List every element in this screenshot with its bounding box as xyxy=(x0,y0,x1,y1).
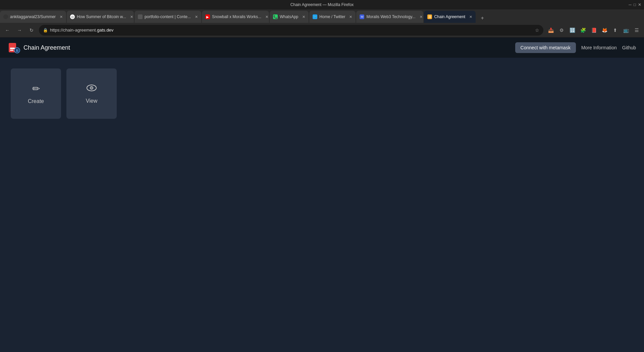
minimize-button[interactable]: ─ xyxy=(629,2,632,7)
app-nav: Connect with metamask More Information G… xyxy=(515,42,636,53)
tab-favicon-whatsapp: 📞 xyxy=(273,14,278,19)
menu-button[interactable]: ☰ xyxy=(632,26,641,35)
tab-bar: ankitaggarwal23/Summer ✕ ⊙ How Summer of… xyxy=(0,9,644,23)
tab-label-twitter: Home / Twitter xyxy=(319,14,345,19)
more-info-link[interactable]: More Information xyxy=(581,45,617,50)
view-icon xyxy=(87,83,97,94)
extension-icon-5[interactable]: ⬆ xyxy=(610,26,620,35)
tab-label-chain: Chain Agreement xyxy=(434,14,465,19)
extension-icon-3[interactable]: 📕 xyxy=(589,26,598,35)
tab-portfolio[interactable]: portfolio-content | Conte... ✕ xyxy=(135,11,201,23)
extension-icon-1[interactable]: 🔢 xyxy=(568,26,577,35)
toolbar-icons: 📥 ⚙ 🔢 🧩 📕 🦊 ⬆ 📺 ☰ xyxy=(546,26,641,35)
url-domain: gats.dev xyxy=(97,28,113,33)
svg-rect-2 xyxy=(10,50,13,51)
tab-close-chain[interactable]: ✕ xyxy=(469,15,472,19)
lock-icon: 🔒 xyxy=(43,28,48,33)
forward-button[interactable]: → xyxy=(15,26,24,35)
github-link[interactable]: Github xyxy=(622,45,636,50)
view-card[interactable]: View xyxy=(66,68,117,119)
title-bar: Chain Agreement — Mozilla Firefox ─ □ ✕ xyxy=(0,0,644,9)
tab-favicon-chain: ⛓ xyxy=(427,14,432,19)
svg-point-7 xyxy=(91,88,92,89)
tab-close-ankit[interactable]: ✕ xyxy=(60,15,63,19)
address-input[interactable]: 🔒 https://chain-agreement.gats.dev ☆ xyxy=(39,25,543,36)
close-button[interactable]: ✕ xyxy=(638,2,641,7)
create-icon: ✏ xyxy=(32,83,40,94)
settings-icon[interactable]: ⚙ xyxy=(557,26,566,35)
extension-icon-6[interactable]: 📺 xyxy=(621,26,631,35)
create-card[interactable]: ✏ Create xyxy=(11,68,61,119)
tab-label-ankit: ankitaggarwal23/Summer xyxy=(10,14,56,19)
svg-rect-1 xyxy=(10,48,15,49)
main-content: ✏ Create View xyxy=(0,58,644,130)
reload-button[interactable]: ↻ xyxy=(27,26,36,35)
extension-icon-2[interactable]: 🧩 xyxy=(578,26,588,35)
app-header: ⛓ Chain Agreement Connect with metamask … xyxy=(0,38,644,58)
app-title: Chain Agreement xyxy=(23,44,70,51)
window-title: Chain Agreement — Mozilla Firefox xyxy=(290,2,354,7)
bookmark-icon[interactable]: ☆ xyxy=(535,28,539,33)
tab-label-portfolio: portfolio-content | Conte... xyxy=(145,14,191,19)
tab-favicon-portfolio xyxy=(138,14,143,19)
tab-favicon-moralis: M xyxy=(360,14,364,19)
tab-ankit[interactable]: ankitaggarwal23/Summer ✕ xyxy=(0,11,66,23)
address-bar: ← → ↻ 🔒 https://chain-agreement.gats.dev… xyxy=(0,23,644,38)
tab-label-moralis: Moralis Web3 Technology... xyxy=(366,14,415,19)
window-controls[interactable]: ─ □ ✕ xyxy=(629,2,641,7)
create-label: Create xyxy=(28,98,44,104)
pocket-icon[interactable]: 📥 xyxy=(546,26,555,35)
tab-favicon-ankit xyxy=(3,14,8,19)
view-label: View xyxy=(86,98,97,104)
tab-label-snowball: Snowball x Moralis Works... xyxy=(212,14,261,19)
tab-label-bitcoin: How Summer of Bitcoin w... xyxy=(77,14,126,19)
tab-close-whatsapp[interactable]: ✕ xyxy=(302,15,305,19)
tab-close-moralis[interactable]: ✕ xyxy=(420,15,423,19)
svg-text:⛓: ⛓ xyxy=(15,49,19,52)
connect-metamask-button[interactable]: Connect with metamask xyxy=(515,42,576,53)
extension-icon-4[interactable]: 🦊 xyxy=(600,26,609,35)
tab-close-twitter[interactable]: ✕ xyxy=(349,15,352,19)
logo-icon: ⛓ xyxy=(8,42,20,54)
tab-twitter[interactable]: 🐦 Home / Twitter ✕ xyxy=(309,11,356,23)
tab-favicon-twitter: 🐦 xyxy=(313,14,317,19)
tab-favicon-bitcoin: ⊙ xyxy=(70,14,75,19)
tab-bitcoin[interactable]: ⊙ How Summer of Bitcoin w... ✕ xyxy=(67,11,134,23)
new-tab-button[interactable]: + xyxy=(478,13,487,23)
tab-label-whatsapp: WhatsApp xyxy=(280,14,298,19)
maximize-button[interactable]: □ xyxy=(634,2,636,7)
back-button[interactable]: ← xyxy=(3,26,12,35)
tab-close-bitcoin[interactable]: ✕ xyxy=(130,15,133,19)
tab-close-snowball[interactable]: ✕ xyxy=(265,15,268,19)
url-text: https://chain-agreement.gats.dev xyxy=(50,28,533,33)
tab-favicon-snowball: ▶ xyxy=(205,14,210,19)
tab-snowball[interactable]: ▶ Snowball x Moralis Works... ✕ xyxy=(202,11,269,23)
tab-moralis[interactable]: M Moralis Web3 Technology... ✕ xyxy=(356,11,423,23)
app-logo: ⛓ Chain Agreement xyxy=(8,42,70,54)
url-prefix: https://chain-agreement. xyxy=(50,28,97,33)
tab-chain[interactable]: ⛓ Chain Agreement ✕ xyxy=(424,11,476,23)
tab-close-portfolio[interactable]: ✕ xyxy=(195,15,198,19)
tab-whatsapp[interactable]: 📞 WhatsApp ✕ xyxy=(270,11,309,23)
